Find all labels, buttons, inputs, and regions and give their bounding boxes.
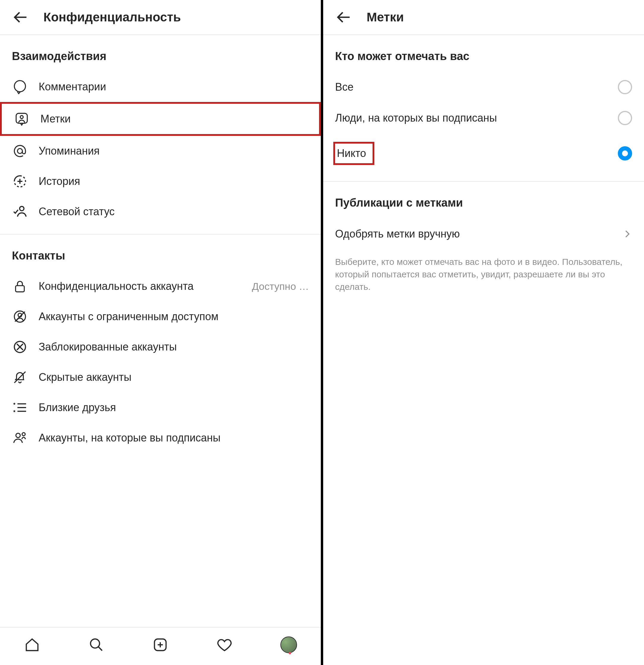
- radio-icon: [618, 80, 632, 94]
- menu-label: Сетевой статус: [39, 205, 309, 218]
- svg-point-1: [14, 80, 25, 92]
- radio-icon: [618, 111, 632, 125]
- lock-icon: [12, 278, 28, 294]
- arrow-left-icon: [335, 9, 352, 25]
- menu-label: Конфиденциальность аккаунта: [39, 280, 235, 292]
- search-icon: [89, 637, 104, 652]
- back-button[interactable]: [12, 9, 29, 25]
- menu-label: Скрытые аккаунты: [39, 371, 309, 383]
- nav-activity[interactable]: [216, 636, 233, 653]
- nav-profile[interactable]: [280, 636, 297, 653]
- menu-label: Аккаунты, на которые вы подписаны: [39, 432, 309, 444]
- nav-home[interactable]: [24, 636, 40, 653]
- radio-option-following[interactable]: Люди, на которых вы подписаны: [323, 102, 644, 133]
- section-who-can-tag: Кто может отмечать вас: [323, 35, 644, 72]
- blocked-icon: [12, 339, 28, 355]
- radio-label: Никто: [335, 142, 618, 165]
- home-icon: [24, 637, 40, 652]
- heart-icon: [217, 637, 232, 652]
- svg-point-20: [22, 433, 25, 436]
- plus-square-icon: [153, 637, 168, 652]
- bell-off-icon: [12, 369, 28, 385]
- section-contacts: Контакты: [0, 234, 321, 271]
- menu-item-blocked-accounts[interactable]: Заблокированные аккаунты: [0, 332, 321, 362]
- menu-item-account-privacy[interactable]: Конфиденциальность аккаунта Доступно …: [0, 271, 321, 301]
- comment-icon: [12, 79, 28, 95]
- section-interactions: Взаимодействия: [0, 35, 321, 72]
- svg-point-19: [16, 433, 20, 438]
- tag-person-icon: [14, 111, 30, 127]
- activity-status-icon: [12, 204, 28, 220]
- menu-label: История: [39, 175, 309, 188]
- radio-option-everyone[interactable]: Все: [323, 72, 644, 102]
- restricted-icon: [12, 308, 28, 325]
- menu-item-close-friends[interactable]: Близкие друзья: [0, 393, 321, 423]
- highlight-nobody: Никто: [333, 142, 374, 165]
- menu-item-story[interactable]: История: [0, 166, 321, 196]
- nav-search[interactable]: [88, 636, 105, 653]
- menu-label: Аккаунты с ограниченным доступом: [39, 310, 309, 323]
- page-title: Конфиденциальность: [43, 10, 181, 24]
- menu-label: Комментарии: [39, 80, 309, 93]
- header: Конфиденциальность: [0, 0, 321, 35]
- menu-label: Близкие друзья: [39, 401, 309, 414]
- menu-item-mentions[interactable]: Упоминания: [0, 136, 321, 166]
- menu-item-restricted-accounts[interactable]: Аккаунты с ограниченным доступом: [0, 301, 321, 332]
- tags-settings-screen: Метки Кто может отмечать вас Все Люди, н…: [323, 0, 644, 665]
- at-icon: [12, 143, 28, 159]
- header: Метки: [323, 0, 644, 35]
- back-button[interactable]: [335, 9, 352, 25]
- page-title: Метки: [366, 10, 404, 24]
- avatar-icon: [280, 636, 297, 653]
- svg-line-22: [98, 647, 102, 651]
- radio-label: Все: [335, 81, 618, 93]
- bottom-nav: [0, 627, 321, 665]
- menu-item-following-accounts[interactable]: Аккаунты, на которые вы подписаны: [0, 423, 321, 453]
- svg-point-3: [20, 116, 23, 119]
- radio-selected-icon: [618, 146, 632, 160]
- story-icon: [12, 173, 28, 189]
- menu-secondary: Доступно …: [252, 281, 309, 292]
- menu-item-comments[interactable]: Комментарии: [0, 72, 321, 102]
- following-icon: [12, 430, 28, 446]
- menu-label: Заблокированные аккаунты: [39, 341, 309, 353]
- menu-item-tags[interactable]: Метки: [2, 104, 319, 134]
- nav-add[interactable]: [152, 636, 169, 653]
- menu-label: Упоминания: [39, 145, 309, 157]
- section-tagged-posts: Публикации с метками: [323, 182, 644, 218]
- link-manual-approve[interactable]: Одобрять метки вручную: [323, 218, 644, 250]
- privacy-settings-screen: Конфиденциальность Взаимодействия Коммен…: [0, 0, 323, 665]
- close-friends-icon: [12, 400, 28, 416]
- chevron-right-icon: [623, 229, 632, 239]
- svg-point-21: [90, 639, 99, 648]
- menu-item-muted-accounts[interactable]: Скрытые аккаунты: [0, 362, 321, 393]
- arrow-left-icon: [12, 9, 29, 25]
- svg-point-7: [20, 206, 24, 211]
- help-text: Выберите, кто может отмечать вас на фото…: [323, 250, 644, 293]
- menu-label: Метки: [40, 113, 307, 125]
- svg-rect-8: [16, 286, 24, 292]
- radio-option-nobody[interactable]: Никто: [323, 133, 644, 173]
- svg-point-4: [18, 149, 23, 154]
- radio-label: Люди, на которых вы подписаны: [335, 112, 618, 124]
- highlight-tags: Метки: [0, 102, 321, 136]
- menu-item-activity-status[interactable]: Сетевой статус: [0, 196, 321, 227]
- link-label: Одобрять метки вручную: [335, 228, 460, 240]
